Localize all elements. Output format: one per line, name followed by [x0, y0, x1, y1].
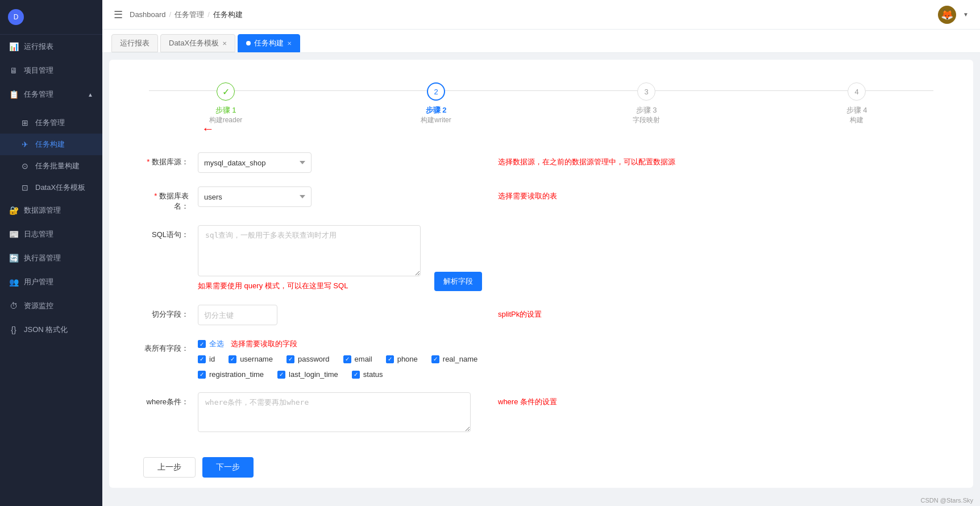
sidebar-nav: 📊 运行报表 🖥 项目管理 📋 任务管理 ▲ ⊞ 任务管理 ✈ 任务构建: [0, 35, 102, 506]
split-label: 切分字段：: [143, 305, 189, 320]
field-email[interactable]: ✓ email: [343, 355, 372, 363]
sidebar-item-datax-template[interactable]: ⊡ DataX任务模板: [0, 177, 102, 198]
sidebar-item-log[interactable]: 📰 日志管理: [0, 222, 102, 246]
hamburger-icon[interactable]: ☰: [114, 9, 123, 21]
sidebar-item-task-build[interactable]: ✈ 任务构建: [0, 134, 102, 155]
sidebar-item-run-report[interactable]: 📊 运行报表: [0, 35, 102, 59]
breadcrumb-dashboard[interactable]: Dashboard: [130, 10, 166, 19]
tab-run-report[interactable]: 运行报表: [111, 34, 158, 52]
sidebar: D 📊 运行报表 🖥 项目管理 📋 任务管理 ▲ ⊞ 任务管理: [0, 0, 102, 506]
avatar[interactable]: 🦊: [938, 6, 956, 24]
sql-textarea-wrap: 如果需要使用 query 模式，可以在这里写 SQL: [198, 225, 421, 291]
task-batch-icon: ⊙: [20, 161, 30, 171]
next-btn[interactable]: 下一步: [202, 457, 254, 478]
executor-icon: 🔄: [9, 254, 18, 263]
sidebar-item-json[interactable]: {} JSON 格式化: [0, 318, 102, 342]
table-row: 数据库表名： users 选择需要读取的表: [143, 186, 939, 211]
parse-btn[interactable]: 解析字段: [434, 272, 482, 291]
sidebar-item-label: JSON 格式化: [24, 325, 68, 335]
sidebar-item-label: 用户管理: [24, 277, 53, 287]
where-textarea[interactable]: [198, 392, 471, 432]
tab-bar: 运行报表 DataX任务模板 ✕ 任务构建 ✕: [102, 30, 980, 53]
sidebar-item-resource[interactable]: ⏱ 资源监控: [0, 294, 102, 318]
step-1-title: 步骤 1: [215, 105, 236, 115]
json-icon: {}: [9, 325, 18, 334]
task-mgmt-header[interactable]: 📋 任务管理 ▲: [0, 82, 102, 106]
step-3: 3 步骤 3 字段映射: [541, 82, 751, 125]
sidebar-item-task-manage[interactable]: ⊞ 任务管理: [0, 112, 102, 134]
log-icon: 📰: [9, 230, 18, 239]
sql-row: SQL语句： 如果需要使用 query 模式，可以在这里写 SQL 解析字段: [143, 225, 939, 291]
field-last-login-time[interactable]: ✓ last_login_time: [277, 370, 338, 379]
fields-hint: 选择需要读取的字段: [231, 339, 297, 349]
field-username[interactable]: ✓ username: [229, 355, 273, 363]
sidebar-item-task-mgmt: 📋 任务管理 ▲ ⊞ 任务管理 ✈ 任务构建 ⊙ 任务批量构建 ⊡: [0, 82, 102, 198]
sidebar-sub-label: DataX任务模板: [35, 183, 85, 193]
field-password[interactable]: ✓ password: [286, 355, 330, 363]
datasource-hint: 选择数据源，在之前的数据源管理中，可以配置数据源: [498, 152, 675, 167]
form-section: 数据库源： mysql_datax_shop 选择数据源，在之前的数据源管理中，…: [121, 152, 962, 434]
tab-datax-template-close[interactable]: ✕: [222, 40, 227, 47]
header: ☰ Dashboard / 任务管理 / 任务构建 🦊 ▼: [102, 0, 980, 30]
tab-datax-template[interactable]: DataX任务模板 ✕: [160, 34, 235, 52]
sidebar-item-label: 执行器管理: [24, 253, 61, 263]
main-content: ← ☰ Dashboard / 任务管理 / 任务构建 🦊 ▼ 运行报表 Dat…: [102, 0, 980, 506]
step-2: 2 步骤 2 构建writer: [331, 82, 541, 125]
table-hint: 选择需要读取的表: [498, 186, 557, 201]
sidebar-sub-label: 任务批量构建: [35, 161, 80, 171]
fields-label: 表所有字段：: [143, 339, 189, 354]
field-phone[interactable]: ✓ phone: [386, 355, 418, 363]
field-status[interactable]: ✓ status: [352, 370, 383, 379]
sidebar-item-user[interactable]: 👥 用户管理: [0, 270, 102, 294]
task-mgmt-sub: ⊞ 任务管理 ✈ 任务构建 ⊙ 任务批量构建 ⊡ DataX任务模板: [0, 112, 102, 198]
datasource-select[interactable]: mysql_datax_shop: [198, 152, 312, 173]
select-all-label[interactable]: ✓ 全选: [198, 339, 224, 349]
step-4-sub: 构建: [850, 115, 863, 125]
avatar-dropdown-icon[interactable]: ▼: [963, 11, 969, 18]
split-input[interactable]: [198, 305, 277, 325]
step-2-circle: 2: [427, 82, 445, 101]
resource-icon: ⏱: [9, 301, 18, 310]
select-all-checkbox[interactable]: ✓: [198, 340, 206, 348]
sidebar-item-project-mgmt[interactable]: 🖥 项目管理: [0, 59, 102, 82]
breadcrumb: Dashboard / 任务管理 / 任务构建: [130, 10, 243, 20]
step-3-title: 步骤 3: [636, 105, 657, 115]
sidebar-item-datasource[interactable]: 🔐 数据源管理: [0, 198, 102, 222]
table-select[interactable]: users: [198, 186, 312, 207]
sidebar-header: D: [0, 0, 102, 35]
where-row: where条件： where 条件的设置: [143, 392, 939, 434]
breadcrumb-task-mgmt[interactable]: 任务管理: [175, 10, 204, 20]
project-mgmt-icon: 🖥: [9, 66, 18, 75]
fields-control: ✓ 全选 选择需要读取的字段 ✓ id ✓ usernam: [198, 339, 482, 379]
prev-btn[interactable]: 上一步: [143, 457, 196, 478]
datasource-label: 数据库源：: [143, 152, 189, 167]
datasource-icon: 🔐: [9, 206, 18, 215]
sidebar-item-task-batch[interactable]: ⊙ 任务批量构建: [0, 155, 102, 177]
chevron-down-icon: ▲: [88, 92, 93, 98]
field-registration-time[interactable]: ✓ registration_time: [198, 370, 264, 379]
task-mgmt-label: 任务管理: [24, 89, 53, 99]
header-left: ☰ Dashboard / 任务管理 / 任务构建: [114, 9, 243, 21]
tab-run-report-label: 运行报表: [120, 38, 150, 48]
step-4-title: 步骤 4: [846, 105, 867, 115]
tab-task-build-label: 任务构建: [254, 38, 284, 48]
tab-datax-template-label: DataX任务模板: [169, 38, 219, 48]
split-hint: splitPk的设置: [498, 305, 542, 320]
field-real-name[interactable]: ✓ real_name: [431, 355, 477, 363]
step-2-sub: 构建writer: [421, 115, 451, 125]
sql-textarea[interactable]: [198, 225, 421, 276]
red-arrow-indicator: ←: [202, 122, 214, 136]
step-1: ✓ 步骤 1 构建reader: [121, 82, 331, 125]
step-1-circle: ✓: [217, 82, 235, 101]
fields-checkbox-group: ✓ id ✓ username ✓ password ✓: [198, 355, 482, 379]
step-2-title: 步骤 2: [426, 105, 447, 115]
tab-task-build[interactable]: 任务构建 ✕: [238, 34, 300, 52]
breadcrumb-current: 任务构建: [213, 10, 243, 20]
table-control: users: [198, 186, 482, 207]
sidebar-item-executor[interactable]: 🔄 执行器管理: [0, 246, 102, 270]
table-label: 数据库表名：: [143, 186, 189, 211]
split-row: 切分字段： splitPk的设置: [143, 305, 939, 325]
tab-task-build-close[interactable]: ✕: [287, 40, 292, 47]
task-manage-icon: ⊞: [20, 118, 30, 127]
field-id[interactable]: ✓ id: [198, 355, 215, 363]
